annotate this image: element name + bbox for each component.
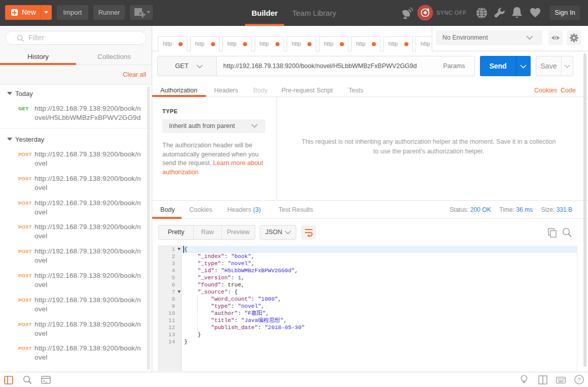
- svg-text:?: ?: [577, 377, 580, 383]
